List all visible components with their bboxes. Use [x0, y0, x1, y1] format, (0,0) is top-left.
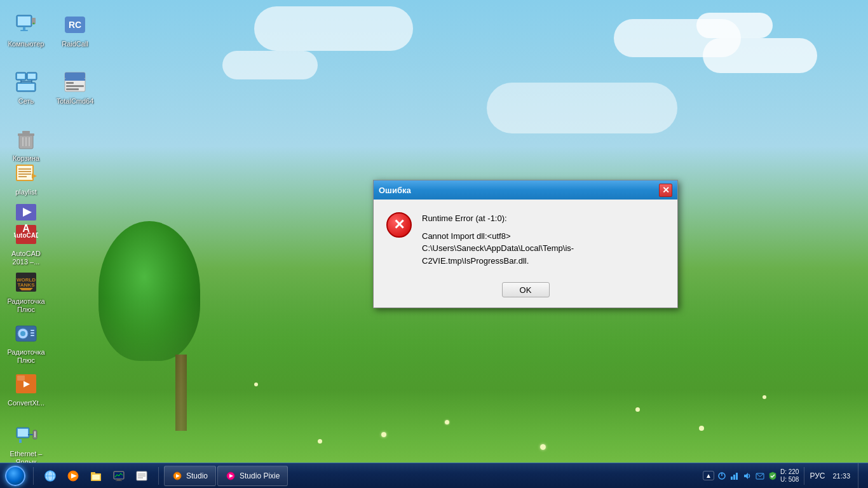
svg-text:A: A [22, 223, 30, 234]
svg-rect-13 [18, 84, 34, 90]
tray-expand-button[interactable]: ▲ [703, 471, 714, 480]
raidcall-icon: RC [62, 12, 88, 37]
taskbar-studio-pixie-button[interactable]: Studio Pixie [217, 466, 288, 486]
totalcmd-icon-label: TotalCmd64 [57, 97, 94, 105]
svg-rect-9 [17, 74, 25, 79]
svg-rect-83 [731, 477, 733, 480]
svg-rect-25 [22, 131, 30, 133]
taskbar: Studio Studio Pixie ▲ [0, 463, 868, 488]
autocad-icon: AutoCAD A [13, 222, 39, 247]
tray-icon-shield[interactable] [768, 471, 778, 481]
svg-rect-71 [117, 479, 121, 480]
taskbar-library-button[interactable] [131, 465, 153, 487]
svg-rect-53 [17, 376, 25, 381]
disk-info: D: 220 U: 508 [780, 468, 799, 484]
dandelion-4 [635, 407, 640, 412]
taskbar-studio-button[interactable]: Studio [164, 466, 216, 486]
playlist-icon [13, 160, 39, 186]
desktop-icon-computer[interactable]: Компьютер [3, 10, 49, 51]
radio-icon [13, 320, 39, 346]
error-dialog: Ошибка ✕ ✕ Runtime Error (at -1:0): Cann… [373, 180, 678, 308]
desktop-icon-radio[interactable]: Радиоточка Плюс [3, 318, 49, 367]
taskbar-mediaplayer-button[interactable] [62, 465, 84, 487]
tray-divider [804, 467, 804, 485]
totalcmd-icon [62, 69, 88, 95]
system-tray: ▲ [698, 463, 868, 488]
svg-rect-11 [28, 74, 36, 79]
svg-rect-24 [18, 133, 34, 136]
taskbar-ie-button[interactable] [39, 465, 61, 487]
dandelion-8 [254, 383, 258, 386]
desktop: Компьютер RC RaidCall Сеть [0, 0, 868, 488]
cloud-5 [222, 51, 318, 79]
dialog-footer: OK [374, 277, 677, 308]
desktop-icon-network[interactable]: Сеть [3, 67, 49, 108]
dialog-message: Runtime Error (at -1:0): Cannot Import d… [422, 212, 665, 267]
playlist-icon-label: playlist [15, 188, 37, 196]
dialog-body: ✕ Runtime Error (at -1:0): Cannot Import… [374, 200, 677, 277]
taskbar-clock[interactable]: 21:33 [827, 472, 855, 480]
dialog-ok-button[interactable]: OK [502, 282, 550, 297]
wot-icon-label: Радиоточка Плюс [6, 297, 46, 314]
raidcall-icon-label: RaidCall [62, 40, 88, 48]
svg-text:▶: ▶ [24, 379, 30, 388]
desktop-icon-autocad[interactable]: AutoCAD A AutoCAD 2013 –... [3, 219, 49, 269]
tray-icon-mail[interactable] [755, 471, 765, 481]
svg-point-47 [20, 331, 25, 336]
dialog-titlebar[interactable]: Ошибка ✕ [374, 180, 677, 200]
error-circle: ✕ [386, 212, 412, 238]
dialog-close-button[interactable]: ✕ [659, 184, 672, 197]
error-x-mark: ✕ [393, 218, 405, 232]
language-indicator[interactable]: РУС [810, 471, 825, 480]
tray-icon-volume[interactable] [742, 471, 752, 481]
svg-rect-22 [66, 88, 79, 90]
dandelion-6 [763, 395, 766, 399]
dialog-message-line2: Cannot Import dll:<utf8> C:\Users\Saneck… [422, 230, 665, 268]
start-button[interactable] [0, 463, 31, 488]
svg-text:RC: RC [69, 20, 81, 30]
tree [98, 215, 200, 431]
svg-rect-3 [20, 30, 28, 31]
taskbar-monitor-button[interactable] [108, 465, 130, 487]
svg-rect-49 [31, 332, 34, 334]
taskbar-pinned-icons [36, 463, 156, 488]
radio-icon-label: Радиоточка Плюс [6, 348, 46, 365]
wot-icon: WORLD TANKS [13, 269, 39, 295]
tray-icon-network[interactable] [729, 471, 740, 481]
show-desktop-button[interactable] [858, 463, 863, 488]
svg-rect-1 [18, 17, 31, 25]
desktop-icon-ethernet[interactable]: Ethernet – Ярлык [3, 419, 49, 469]
computer-icon [13, 12, 39, 37]
ethernet-icon [13, 422, 39, 447]
taskbar-divider-1 [33, 467, 34, 485]
svg-rect-18 [65, 72, 85, 79]
svg-rect-21 [66, 85, 84, 87]
cloud-6 [487, 83, 677, 133]
desktop-icon-raidcall[interactable]: RC RaidCall [52, 10, 98, 51]
desktop-icon-playlist[interactable]: playlist [3, 158, 49, 199]
svg-rect-72 [116, 480, 122, 481]
desktop-icon-totalcmd[interactable]: TotalCmd64 [52, 67, 98, 108]
dandelion-2 [445, 420, 449, 424]
desktop-icon-wot[interactable]: WORLD TANKS Радиоточка Плюс [3, 267, 49, 316]
computer-icon-label: Компьютер [8, 40, 44, 48]
desktop-icon-convertxt[interactable]: ▶ ConvertXt... [3, 369, 49, 410]
dandelion-1 [381, 432, 386, 437]
svg-point-5 [33, 23, 35, 25]
taskbar-explorer-button[interactable] [85, 465, 107, 487]
start-orb [5, 466, 25, 486]
svg-rect-85 [736, 473, 738, 480]
svg-rect-20 [66, 82, 74, 84]
cloud-2 [696, 13, 773, 38]
svg-rect-68 [92, 475, 100, 480]
svg-rect-55 [18, 429, 28, 437]
taskbar-divider-2 [158, 467, 159, 485]
svg-rect-84 [733, 475, 735, 480]
svg-rect-70 [114, 472, 123, 478]
autocad-icon-label: AutoCAD 2013 –... [6, 250, 46, 266]
cloud-4 [254, 6, 413, 51]
tray-icon-power[interactable] [717, 471, 727, 481]
svg-rect-56 [19, 439, 22, 443]
dandelion-7 [318, 439, 322, 444]
convertxt-icon: ▶ [13, 371, 39, 396]
